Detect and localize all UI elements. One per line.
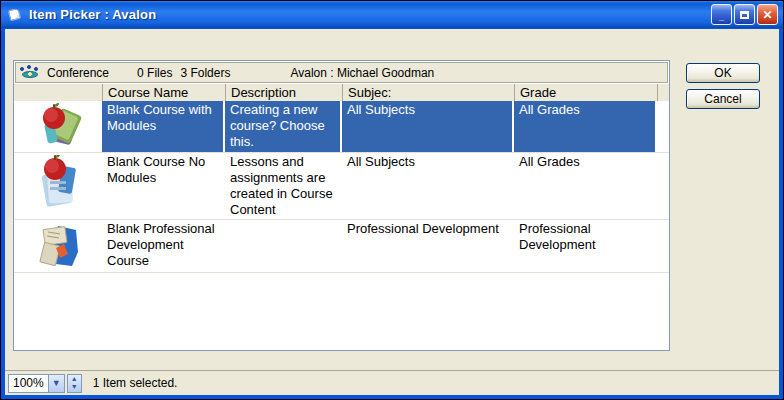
cell-course-name[interactable]: Blank Professional Development Course bbox=[102, 220, 225, 272]
maximize-button[interactable] bbox=[734, 4, 755, 25]
statusbar: 100% ▼ ▲ ▼ 1 Item selected. bbox=[5, 370, 779, 395]
cell-grade[interactable]: All Grades bbox=[514, 101, 657, 152]
chevron-down-icon: ▼ bbox=[52, 378, 61, 388]
titlebar: Item Picker : Avalon _ ✕ bbox=[1, 1, 783, 28]
course-with-modules-icon bbox=[14, 101, 102, 152]
course-no-modules-icon bbox=[14, 153, 102, 219]
zoom-value: 100% bbox=[9, 376, 48, 390]
selection-status: 1 Item selected. bbox=[93, 376, 178, 390]
item-type-label: Conference bbox=[47, 66, 109, 80]
table-row[interactable]: Blank Course No Modules Lessons and assi… bbox=[14, 153, 669, 220]
maximize-icon bbox=[740, 11, 749, 19]
zoom-combobox[interactable]: 100% ▼ bbox=[8, 374, 65, 393]
cell-grade[interactable]: Professional Development bbox=[514, 220, 657, 272]
zoom-dropdown-button[interactable]: ▼ bbox=[48, 375, 64, 392]
minimize-button[interactable]: _ bbox=[711, 4, 732, 25]
header-icon-column[interactable] bbox=[14, 84, 102, 101]
cell-subject[interactable]: Professional Development bbox=[342, 220, 514, 272]
cancel-button[interactable]: Cancel bbox=[686, 89, 760, 109]
header-description[interactable]: Description bbox=[225, 84, 342, 101]
header-filler bbox=[657, 84, 669, 101]
close-icon: ✕ bbox=[762, 9, 772, 21]
spin-down-icon: ▼ bbox=[71, 383, 78, 391]
ok-button[interactable]: OK bbox=[686, 63, 760, 83]
context-label: Avalon : Michael Goodman bbox=[290, 66, 434, 80]
professional-development-icon bbox=[14, 220, 102, 272]
item-list-panel: Conference 0 Files 3 Folders Avalon : Mi… bbox=[13, 60, 670, 351]
cell-course-name[interactable]: Blank Course with Modules bbox=[102, 101, 225, 152]
zoom-spinner[interactable]: ▲ ▼ bbox=[67, 374, 82, 393]
conference-info-bar: Conference 0 Files 3 Folders Avalon : Mi… bbox=[15, 62, 668, 83]
cell-description[interactable] bbox=[225, 220, 342, 272]
cell-description[interactable]: Lessons and assignments are created in C… bbox=[225, 153, 342, 219]
header-grade[interactable]: Grade bbox=[514, 84, 657, 101]
cell-grade[interactable]: All Grades bbox=[514, 153, 657, 219]
table-row[interactable]: Blank Professional Development Course Pr… bbox=[14, 220, 669, 273]
cell-course-name[interactable]: Blank Course No Modules bbox=[102, 153, 225, 219]
conference-icon bbox=[20, 65, 40, 80]
window-icon bbox=[7, 8, 23, 22]
cell-subject[interactable]: All Subjects bbox=[342, 153, 514, 219]
table-header: Course Name Description Subjec: Grade bbox=[14, 84, 669, 101]
header-subject[interactable]: Subjec: bbox=[342, 84, 514, 101]
header-course-name[interactable]: Course Name bbox=[102, 84, 225, 101]
minimize-icon: _ bbox=[719, 13, 724, 22]
dialog-body: Conference 0 Files 3 Folders Avalon : Mi… bbox=[5, 29, 779, 395]
folders-count: 3 Folders bbox=[180, 66, 230, 80]
item-picker-dialog: Item Picker : Avalon _ ✕ Conference 0 Fi… bbox=[0, 0, 784, 400]
cell-subject[interactable]: All Subjects bbox=[342, 101, 514, 152]
close-button[interactable]: ✕ bbox=[757, 4, 778, 25]
window-title: Item Picker : Avalon bbox=[29, 7, 711, 22]
cell-description[interactable]: Creating a new course? Choose this. bbox=[225, 101, 342, 152]
spin-up-icon: ▲ bbox=[71, 375, 78, 383]
table-row[interactable]: Blank Course with Modules Creating a new… bbox=[14, 101, 669, 153]
files-count: 0 Files bbox=[137, 66, 172, 80]
